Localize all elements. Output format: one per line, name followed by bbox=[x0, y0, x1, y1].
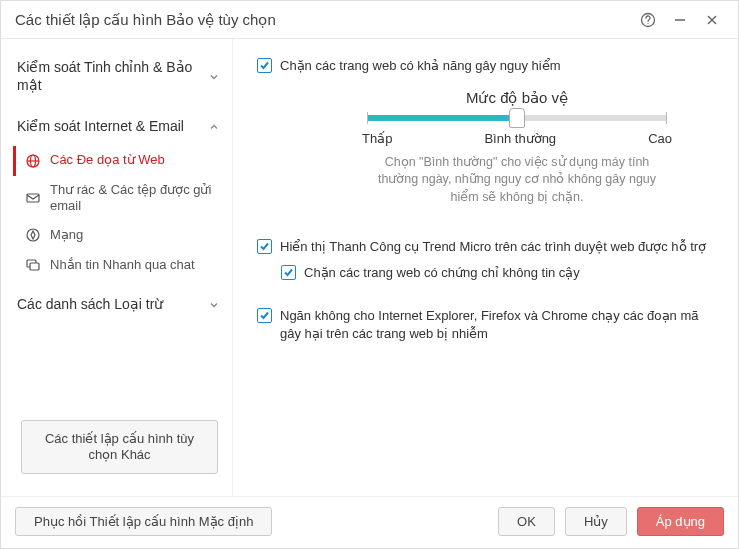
protection-level-slider[interactable] bbox=[367, 115, 667, 121]
sidebar: Kiểm soát Tinh chỉnh & Bảo mật Kiểm soát… bbox=[1, 39, 233, 496]
sidebar-item-web-threats[interactable]: Các Đe dọa từ Web bbox=[13, 146, 226, 176]
chat-icon bbox=[24, 256, 42, 274]
chevron-up-icon bbox=[206, 119, 222, 135]
close-icon bbox=[706, 14, 718, 26]
cancel-button[interactable]: Hủy bbox=[565, 507, 627, 536]
checkbox-checked-icon bbox=[257, 239, 272, 254]
checkbox-checked-icon bbox=[257, 58, 272, 73]
sidebar-item-label: Mạng bbox=[50, 227, 83, 243]
sidebar-category-exclusions[interactable]: Các danh sách Loại trừ bbox=[13, 290, 226, 320]
chevron-down-icon bbox=[206, 69, 222, 85]
checkbox-show-toolbar[interactable]: Hiển thị Thanh Công cụ Trend Micro trên … bbox=[257, 238, 714, 256]
close-button[interactable] bbox=[700, 8, 724, 32]
mail-icon bbox=[24, 189, 42, 207]
svg-rect-8 bbox=[27, 194, 39, 202]
sidebar-category-security[interactable]: Kiểm soát Tinh chỉnh & Bảo mật bbox=[13, 53, 226, 100]
minimize-button[interactable] bbox=[668, 8, 692, 32]
globe-icon bbox=[24, 152, 42, 170]
checkbox-block-malicious-script[interactable]: Ngăn không cho Internet Explorer, Firefo… bbox=[257, 307, 714, 342]
sidebar-item-label: Nhắn tin Nhanh qua chat bbox=[50, 257, 195, 273]
slider-label-mid: Bình thường bbox=[484, 131, 556, 146]
slider-thumb[interactable] bbox=[509, 108, 525, 128]
sidebar-item-network[interactable]: Mạng bbox=[13, 220, 226, 250]
slider-title: Mức độ bảo vệ bbox=[357, 89, 677, 107]
checkbox-block-dangerous[interactable]: Chặn các trang web có khả năng gây nguy … bbox=[257, 57, 714, 75]
chevron-down-icon bbox=[206, 297, 222, 313]
sidebar-item-spam-email[interactable]: Thư rác & Các tệp được gửi email bbox=[13, 176, 226, 221]
ok-button[interactable]: OK bbox=[498, 507, 555, 536]
checkbox-checked-icon bbox=[281, 265, 296, 280]
protection-level-slider-block: Mức độ bảo vệ Thấp Bình thường Cao Chọn … bbox=[357, 89, 677, 207]
slider-description: Chọn "Bình thường" cho việc sử dụng máy … bbox=[367, 154, 667, 207]
slider-label-high: Cao bbox=[648, 131, 672, 146]
footer: Phục hồi Thiết lập cấu hình Mặc định OK … bbox=[1, 496, 738, 548]
restore-defaults-button[interactable]: Phục hồi Thiết lập cấu hình Mặc định bbox=[15, 507, 272, 536]
help-icon bbox=[640, 12, 656, 28]
apply-button[interactable]: Áp dụng bbox=[637, 507, 724, 536]
other-settings-button[interactable]: Các thiết lập cấu hình tùy chọn Khác bbox=[21, 420, 218, 475]
sidebar-item-label: Các Đe dọa từ Web bbox=[50, 152, 165, 168]
sidebar-item-label: Thư rác & Các tệp được gửi email bbox=[50, 182, 222, 215]
title-bar: Các thiết lập cấu hình Bảo vệ tùy chọn bbox=[1, 1, 738, 39]
help-button[interactable] bbox=[636, 8, 660, 32]
sidebar-item-chat[interactable]: Nhắn tin Nhanh qua chat bbox=[13, 250, 226, 280]
slider-label-low: Thấp bbox=[362, 131, 392, 146]
svg-point-1 bbox=[647, 22, 648, 23]
window-title: Các thiết lập cấu hình Bảo vệ tùy chọn bbox=[15, 11, 628, 29]
content-pane: Chặn các trang web có khả năng gây nguy … bbox=[233, 39, 738, 496]
sidebar-category-internet[interactable]: Kiểm soát Internet & Email bbox=[13, 112, 226, 142]
svg-marker-10 bbox=[31, 231, 35, 239]
checkbox-checked-icon bbox=[257, 308, 272, 323]
checkbox-block-untrusted-cert[interactable]: Chặn các trang web có chứng chỉ không ti… bbox=[281, 264, 714, 282]
svg-rect-12 bbox=[30, 263, 39, 270]
minimize-icon bbox=[674, 14, 686, 26]
compass-icon bbox=[24, 226, 42, 244]
